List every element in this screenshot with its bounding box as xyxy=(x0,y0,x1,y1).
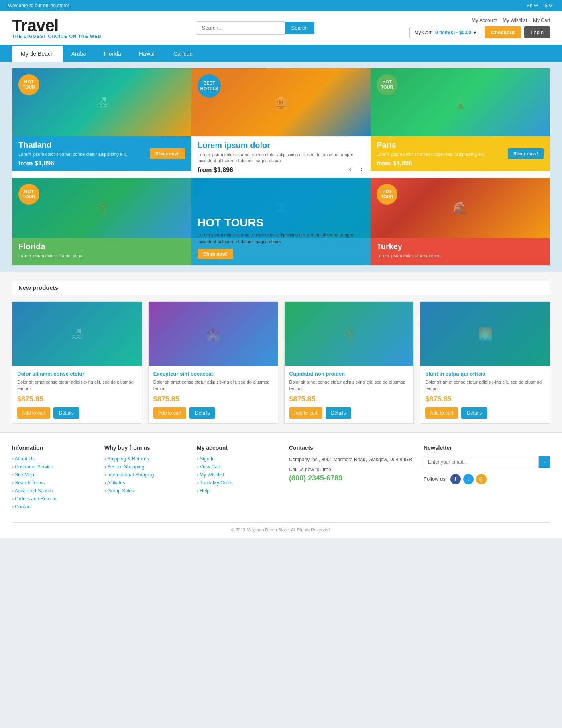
carousel-next[interactable]: › xyxy=(357,164,367,174)
footer-contacts-title: Contacts xyxy=(289,445,415,451)
nav-tab-florida[interactable]: Florida xyxy=(95,46,130,62)
newsletter-input[interactable] xyxy=(424,456,539,468)
product-4-add-cart[interactable]: Add to cart xyxy=(425,407,458,419)
hottours-desc: Lorem ipsum dolor sit amet conse ctetur … xyxy=(198,232,364,245)
footer-link-orders[interactable]: Orders and Returns xyxy=(12,496,96,502)
nav-tab-cancun[interactable]: Cancun xyxy=(165,46,202,62)
my-account-link[interactable]: My Account xyxy=(472,18,497,23)
language-select[interactable]: En Fr xyxy=(525,2,539,9)
carousel-prev[interactable]: ‹ xyxy=(345,164,355,174)
facebook-icon[interactable]: f xyxy=(450,474,461,484)
product-1-details[interactable]: Details xyxy=(53,407,79,419)
products-section: New products 🏖 Dolor sit amet conse ctet… xyxy=(0,272,562,432)
thailand-price: from $1,896 xyxy=(18,160,127,167)
hot-tour-badge-florida: HOT TOUR xyxy=(18,184,39,205)
product-card-2: 🏰 Excepteur sint occaecat Dolor sit amet… xyxy=(148,301,278,424)
product-4-details[interactable]: Details xyxy=(461,407,487,419)
product-2-body: Excepteur sint occaecat Dolor sit amet c… xyxy=(149,366,278,423)
nav-tab-aruba[interactable]: Aruba xyxy=(63,46,95,62)
product-card-1: 🏖 Dolor sit amet conse ctetur Dolor sit … xyxy=(12,301,142,424)
my-wishlist-link[interactable]: My Wishlist xyxy=(503,18,527,23)
footer-link-search-terms[interactable]: Search Terms xyxy=(12,480,96,486)
product-2-details[interactable]: Details xyxy=(189,407,216,419)
footer-col-why: Why buy from us Shipping & Returns Secur… xyxy=(104,445,189,512)
footer-link-affiliates[interactable]: Affiliates xyxy=(104,480,189,486)
follow-us: Follow us f t ◎ xyxy=(424,474,550,484)
product-4-desc: Dolor sit amet conse ctetur adipisic-ing… xyxy=(425,379,545,392)
new-products-title: New products xyxy=(12,280,550,295)
footer: Information About Us Customer Service Si… xyxy=(0,432,562,538)
rss-icon[interactable]: ◎ xyxy=(476,474,487,484)
product-3-add-cart[interactable]: Add to cart xyxy=(289,407,322,419)
header-actions: My Cart: 0 item(s) - $0.00 ▾ Checkout Lo… xyxy=(409,26,550,38)
paris-info: Paris Lorem ipsum dolor sit amet conse c… xyxy=(371,136,550,171)
turkey-image: 🌊 xyxy=(453,201,468,215)
twitter-icon[interactable]: t xyxy=(463,474,474,484)
paris-shop-btn[interactable]: Shop now! xyxy=(508,148,544,159)
footer-link-contact[interactable]: Contact xyxy=(12,504,96,510)
hotels-image: 🏨 xyxy=(274,96,289,110)
footer-link-advanced-search[interactable]: Advanced Search xyxy=(12,488,96,494)
newsletter-form: › xyxy=(424,456,550,468)
product-2-name: Excepteur sint occaecat xyxy=(153,371,273,377)
footer-link-shipping[interactable]: Shipping & Returns xyxy=(104,456,189,462)
footer-link-intl-shipping[interactable]: International Shipping xyxy=(104,472,189,478)
product-2-price: $875.85 xyxy=(153,395,273,403)
turkey-info: Turkey Lorem ipsum dolor sit amet cons xyxy=(371,238,550,265)
footer-link-help[interactable]: Help xyxy=(197,488,281,494)
paris-desc: Lorem ipsum dolor sit amet conse ctetur … xyxy=(377,151,485,157)
cart-box[interactable]: My Cart: 0 item(s) - $0.00 ▾ xyxy=(409,27,481,38)
newsletter-submit[interactable]: › xyxy=(539,456,550,468)
login-button[interactable]: Login xyxy=(524,26,550,38)
florida-info: Florida Lorem ipsum dolor sit amet cons xyxy=(12,238,191,265)
my-cart-link[interactable]: My Cart xyxy=(533,18,550,23)
nav-tab-hawaii[interactable]: Hawaii xyxy=(130,46,165,62)
footer-information-title: Information xyxy=(12,445,96,451)
product-2-actions: Add to cart Details xyxy=(153,407,273,419)
hero-card-florida: 🌴 HOT TOUR Florida Lorem ipsum dolor sit… xyxy=(12,178,191,265)
thailand-shop-btn[interactable]: Shop now! xyxy=(150,148,185,159)
product-3-details[interactable]: Details xyxy=(326,407,352,419)
product-1-add-cart[interactable]: Add to cart xyxy=(17,407,50,419)
main-content: 🏖 HOT TOUR Thailand Lorem ipsum dolor si… xyxy=(0,62,562,272)
product-1-desc: Dolor sit amet conse ctetur adipisic-ing… xyxy=(17,379,137,392)
logo-subtitle: THE BIGGEST CHOICE ON THE WEB xyxy=(12,34,102,39)
hero-card-lorem: 🏨 BEST HOTELS Lorem ipsum dolor Lorem ip… xyxy=(191,68,371,178)
footer-col-contacts: Contacts Company Inc., 8901 Marmora Road… xyxy=(289,445,415,512)
footer-link-customer-service[interactable]: Customer Service xyxy=(12,464,96,470)
welcome-message: Welcome to our online store! xyxy=(8,3,69,8)
follow-label: Follow us xyxy=(424,476,446,482)
product-1-price: $875.85 xyxy=(17,395,137,403)
footer-link-signin[interactable]: Sign In xyxy=(197,456,281,462)
footer-grid: Information About Us Customer Service Si… xyxy=(12,445,550,512)
footer-call-label: Call us now toll free: xyxy=(289,467,415,472)
currency-select[interactable]: $ € xyxy=(543,2,554,9)
hottours-shop-btn[interactable]: Shop now! xyxy=(198,249,233,259)
footer-account-title: My account xyxy=(197,445,281,451)
hot-tour-badge-thailand: HOT TOUR xyxy=(18,74,39,95)
footer-link-view-cart[interactable]: View Cart xyxy=(197,464,281,470)
footer-link-wishlist[interactable]: My Wishlist xyxy=(197,472,281,478)
footer-link-sitemap[interactable]: Site Map xyxy=(12,472,96,478)
nav-tabs: Myrtle Beach Aruba Florida Hawaii Cancun xyxy=(0,46,562,62)
paris-title: Paris xyxy=(377,140,485,150)
thailand-desc: Lorem ipsum dolor sit amet conse ctetur … xyxy=(18,151,127,157)
florida-image: 🌴 xyxy=(95,201,110,215)
search-button[interactable]: Search xyxy=(285,22,314,34)
thailand-info: Thailand Lorem ipsum dolor sit amet cons… xyxy=(12,136,191,171)
footer-link-secure[interactable]: Secure Shopping xyxy=(104,464,189,470)
header: Travel THE BIGGEST CHOICE ON THE WEB Sea… xyxy=(0,11,562,46)
product-3-name: Cupidatat non proiden xyxy=(289,371,409,377)
footer-link-about[interactable]: About Us xyxy=(12,456,96,462)
search-input[interactable] xyxy=(197,21,285,35)
lorem-title: Lorem ipsum dolor xyxy=(198,141,364,150)
hot-tour-badge-turkey: HOT TOUR xyxy=(377,184,397,205)
footer-col-newsletter: Newsletter › Follow us f t ◎ xyxy=(424,445,550,512)
checkout-button[interactable]: Checkout xyxy=(485,26,521,38)
footer-link-group-sales[interactable]: Group Sales xyxy=(104,488,189,494)
product-2-add-cart[interactable]: Add to cart xyxy=(153,407,186,419)
footer-why-title: Why buy from us xyxy=(104,445,189,451)
footer-col-account: My account Sign In View Cart My Wishlist… xyxy=(197,445,281,512)
footer-link-track-order[interactable]: Track My Order xyxy=(197,480,281,486)
nav-tab-myrtle-beach[interactable]: Myrtle Beach xyxy=(12,46,63,62)
